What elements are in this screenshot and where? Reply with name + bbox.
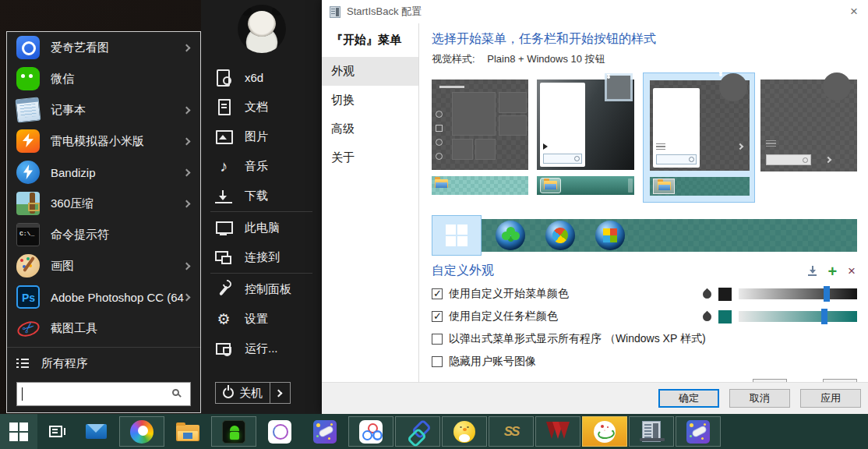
search-icon <box>172 389 179 396</box>
app-label: 命令提示符 <box>51 228 192 242</box>
badge-logo-icon <box>594 421 616 443</box>
sidebar-item-switching[interactable]: 切换 <box>322 86 418 115</box>
start-right-item-user[interactable]: x6d <box>201 62 322 92</box>
sidebar-header: 『开始』菜单 <box>322 23 418 57</box>
taskbar-preview <box>537 176 633 195</box>
dialog-content: 选择开始菜单，任务栏和开始按钮的样式 视觉样式: Plain8 + Window… <box>418 23 868 414</box>
start-app-item[interactable]: 爱奇艺看图 <box>7 32 200 63</box>
start-button-option-windows10[interactable] <box>432 215 482 256</box>
taskbar-preview <box>432 176 528 195</box>
style-preview-plain8-selected[interactable] <box>643 72 755 203</box>
checkbox-icon <box>432 288 443 299</box>
start-button-option-windows7[interactable] <box>545 221 575 250</box>
sidebar-item-advanced[interactable]: 高级 <box>322 115 418 143</box>
start-button-option-clover[interactable] <box>496 221 525 250</box>
start-app-item[interactable]: 命令提示符 <box>7 219 200 250</box>
menu-separator <box>210 211 312 212</box>
gear-icon: ⚙ <box>215 310 232 327</box>
sidebar-item-about[interactable]: 关于 <box>322 143 418 172</box>
taskbar-app-link[interactable] <box>395 416 440 447</box>
pictures-icon <box>215 128 232 145</box>
taskbar-app-browser[interactable] <box>119 416 164 447</box>
menu-separator <box>210 273 312 274</box>
snipping-tool-icon <box>16 316 40 340</box>
user-avatar[interactable] <box>238 5 286 53</box>
text-caret <box>22 387 23 401</box>
circle-ring-icon <box>268 420 291 444</box>
task-view-button[interactable] <box>37 414 73 449</box>
style-preview-plain10[interactable] <box>760 72 857 171</box>
color-droplet-icon <box>701 310 714 323</box>
start-right-item-run[interactable]: 运行... <box>201 334 322 363</box>
start-app-item[interactable]: Adobe Photoshop CC (64 Bit) <box>7 281 200 313</box>
taskbar-app-game[interactable] <box>302 414 348 449</box>
chevron-right-icon <box>183 262 191 270</box>
add-icon[interactable]: + <box>827 266 837 277</box>
file-explorer-icon <box>176 422 199 441</box>
chevron-right-icon <box>183 106 191 114</box>
start-app-item[interactable]: Bandizip <box>7 157 200 188</box>
connect-to-icon <box>215 249 232 266</box>
start-app-item[interactable]: 记事本 <box>7 94 200 126</box>
start-right-item-downloads[interactable]: 下载 <box>201 181 322 210</box>
start-right-item-pictures[interactable]: 图片 <box>201 122 322 151</box>
shutdown-button[interactable]: 关机 <box>215 382 270 404</box>
taskbar-app-red-arrows[interactable] <box>535 416 580 447</box>
close-icon[interactable]: × <box>850 5 858 18</box>
taskbar-app-chick[interactable] <box>442 416 487 447</box>
start-app-item[interactable]: 截图工具 <box>7 313 200 344</box>
style-previews <box>432 72 857 207</box>
start-button-option-vista[interactable] <box>595 221 625 250</box>
start-app-item[interactable]: 雷电模拟器小米版 <box>7 126 200 157</box>
shutdown-options-arrow[interactable] <box>270 382 291 404</box>
start-button[interactable] <box>0 414 37 449</box>
start-app-item[interactable]: 360压缩 <box>7 188 200 219</box>
start-right-item-connect-to[interactable]: 连接到 <box>201 242 322 272</box>
app-label: Bandizip <box>51 166 184 179</box>
apply-button[interactable]: 应用 <box>800 389 861 408</box>
taskbar-app-file-explorer[interactable] <box>165 414 210 449</box>
taskbar-color-slider[interactable] <box>739 311 857 322</box>
checkbox-custom-start-color[interactable]: 使用自定义开始菜单颜色 <box>432 286 857 302</box>
cancel-button[interactable]: 取消 <box>729 389 790 408</box>
download-icon[interactable] <box>808 266 817 276</box>
app-label: Adobe Photoshop CC (64 Bit) <box>51 291 184 304</box>
checkbox-hide-user-picture[interactable]: 隐藏用户账号图像 <box>432 354 857 369</box>
checkbox-custom-taskbar-color[interactable]: 使用自定义任务栏颜色 <box>432 309 857 324</box>
taskbar-app-circle-ring[interactable] <box>257 414 302 449</box>
taskbar-app-game-2[interactable] <box>676 416 721 447</box>
style-preview-aero[interactable] <box>537 72 633 195</box>
documents-icon <box>215 98 232 115</box>
start-color-slider[interactable] <box>739 288 857 299</box>
taskbar-app-gold-logo[interactable]: SS <box>489 416 534 447</box>
android-emulator-icon <box>222 420 245 444</box>
taskbar-app-mail[interactable] <box>73 414 118 449</box>
remove-icon[interactable]: × <box>848 266 856 277</box>
ok-button[interactable]: 确定 <box>658 389 719 408</box>
start-right-item-control-panel[interactable]: 控制面板 <box>201 274 322 304</box>
taskbar-color-swatch[interactable] <box>718 310 732 323</box>
start-app-item[interactable]: 微信 <box>7 63 200 94</box>
taskbar-app-badge[interactable] <box>582 416 627 447</box>
start-right-item-settings[interactable]: ⚙ 设置 <box>201 304 322 334</box>
all-programs-item[interactable]: 所有程序 <box>7 349 200 377</box>
app-label: 雷电模拟器小米版 <box>51 134 184 149</box>
taskbar-app-android-emulator[interactable] <box>211 416 256 447</box>
dialog-sidebar: 『开始』菜单 外观 切换 高级 关于 <box>322 23 418 414</box>
checkbox-xp-style-all-programs[interactable]: 以弹出式菜单形式显示所有程序 （Windows XP 样式) <box>432 331 857 347</box>
search-input[interactable] <box>16 382 191 406</box>
gold-logo-icon: SS <box>504 424 519 440</box>
red-arrows-icon <box>546 422 570 442</box>
sidebar-item-appearance[interactable]: 外观 <box>322 57 418 86</box>
start-color-swatch[interactable] <box>718 288 732 301</box>
start-button-options-strip <box>432 219 857 252</box>
taskbar-app-tri-circle[interactable] <box>348 416 393 447</box>
chevron-right-icon <box>183 168 191 176</box>
start-right-item-music[interactable]: ♪ 音乐 <box>201 151 322 181</box>
wechat-icon <box>16 67 40 90</box>
start-right-item-this-pc[interactable]: 此电脑 <box>201 213 322 242</box>
style-preview-windows10[interactable] <box>432 72 528 195</box>
start-app-item[interactable]: 画图 <box>7 250 200 281</box>
start-right-item-documents[interactable]: 文档 <box>201 92 322 122</box>
taskbar-app-startisback[interactable] <box>629 416 674 447</box>
